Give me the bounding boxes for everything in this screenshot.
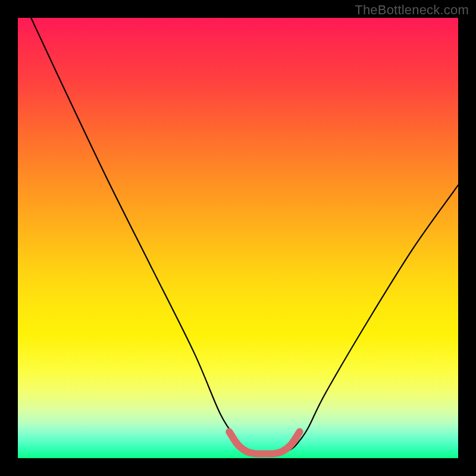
optimal-zone-curve [229,432,299,454]
chart-frame: TheBottleneck.com [0,0,476,476]
bottleneck-curve [31,18,458,455]
watermark-text: TheBottleneck.com [355,2,469,18]
plot-area [18,18,458,458]
plot-svg [18,18,458,458]
